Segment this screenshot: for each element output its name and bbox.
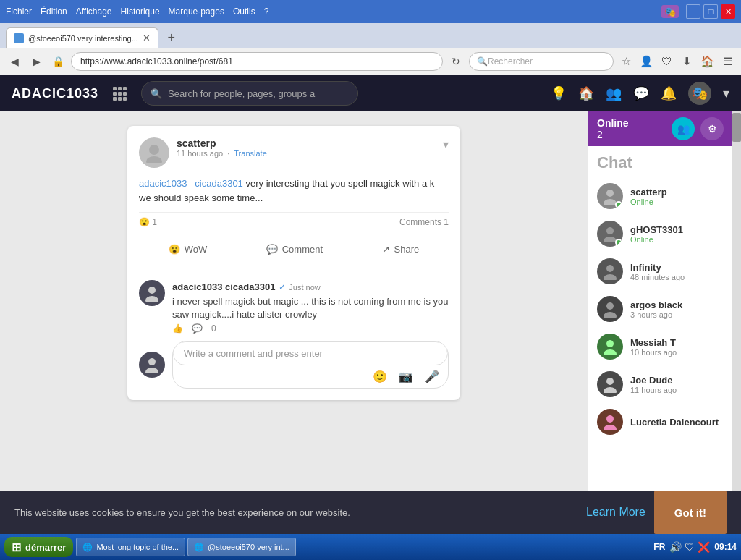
user-icon[interactable]: 👤 bbox=[638, 54, 654, 69]
comment-author-name: adacic1033 cicada3301 bbox=[172, 281, 275, 292]
chat-user-lucretia[interactable]: Lucretia Dalencourt bbox=[588, 403, 732, 441]
post-dropdown-icon[interactable]: ▾ bbox=[443, 137, 449, 151]
comments-count[interactable]: Comments 1 bbox=[399, 217, 449, 227]
mention-link-1[interactable]: adacic1033 bbox=[139, 178, 187, 189]
taskbar-item-1[interactable]: 🌐 Most long topic of the... bbox=[76, 538, 185, 556]
reaction-count[interactable]: 😮 1 bbox=[139, 217, 157, 227]
close-button[interactable]: ✕ bbox=[721, 4, 735, 19]
menu-icon[interactable]: ☰ bbox=[719, 54, 735, 69]
new-tab-button[interactable]: + bbox=[161, 27, 182, 48]
scrollbar-thumb[interactable] bbox=[732, 113, 741, 142]
address-input[interactable] bbox=[71, 52, 443, 71]
chat-user-info: Joe Dude 11 hours ago bbox=[630, 375, 724, 394]
chat-user-status: 3 hours ago bbox=[630, 310, 724, 319]
chat-user-infinity[interactable]: Infinity 48 minutes ago bbox=[588, 253, 732, 290]
share-label: Share bbox=[394, 244, 420, 255]
menu-edition[interactable]: Édition bbox=[41, 7, 67, 17]
group-icon-button[interactable]: 👥 bbox=[672, 117, 695, 140]
post-time: 11 hours ago · Translate bbox=[177, 149, 443, 158]
minimize-button[interactable]: ─ bbox=[686, 4, 700, 19]
chat-user-messiah[interactable]: Messiah T 10 hours ago bbox=[588, 328, 732, 365]
cookie-banner: This website uses cookies to ensure you … bbox=[0, 491, 741, 534]
emoji-icon[interactable]: 🙂 bbox=[373, 370, 387, 383]
chevron-down-icon[interactable]: ▾ bbox=[723, 85, 729, 101]
mic-icon[interactable]: 🎤 bbox=[425, 370, 439, 383]
learn-more-link[interactable]: Learn More bbox=[586, 506, 645, 519]
menu-affichage[interactable]: Affichage bbox=[76, 7, 112, 17]
chat-user-info: Messiah T 10 hours ago bbox=[630, 337, 724, 357]
chat-user-scatterp[interactable]: scatterp Online bbox=[588, 177, 732, 215]
comment-button[interactable]: 💬 Comment bbox=[255, 239, 334, 259]
search-box[interactable]: 🔍 Rechercher bbox=[469, 52, 614, 71]
refresh-button[interactable]: ↻ bbox=[447, 53, 465, 70]
chat-user-avatar bbox=[597, 221, 623, 247]
like-icon[interactable]: 👍 bbox=[172, 323, 183, 334]
bookmark-star-icon[interactable]: ☆ bbox=[618, 54, 634, 69]
online-indicator bbox=[615, 239, 622, 246]
download-icon[interactable]: ⬇ bbox=[679, 54, 695, 69]
svg-point-12 bbox=[606, 302, 614, 310]
write-comment-container: Write a comment and press enter 🙂 📷 🎤 bbox=[172, 341, 449, 389]
post-time-text: 11 hours ago bbox=[177, 149, 223, 158]
chat-user-status: Online bbox=[630, 198, 724, 206]
translate-link[interactable]: Translate bbox=[234, 149, 266, 158]
write-comment-input[interactable]: Write a comment and press enter bbox=[173, 341, 448, 365]
post-info: scatterp 11 hours ago · Translate bbox=[177, 137, 443, 158]
comment-actions: 👍 💬 0 bbox=[172, 323, 449, 334]
lightbulb-icon[interactable]: 💡 bbox=[551, 85, 567, 101]
share-button[interactable]: ↗ Share bbox=[370, 239, 431, 259]
active-tab[interactable]: @stoeeoi570 very interesting... ✕ bbox=[6, 27, 158, 48]
chat-user-joe[interactable]: Joe Dude 11 hours ago bbox=[588, 365, 732, 403]
menu-help[interactable]: ? bbox=[264, 7, 269, 17]
virus-icon[interactable]: ❌ bbox=[698, 541, 710, 553]
menu-marquepages[interactable]: Marque-pages bbox=[169, 7, 224, 17]
chat-users-list: scatterp Online gHOST3301 Online bbox=[588, 177, 732, 534]
start-button[interactable]: ⊞ démarrer bbox=[4, 537, 73, 557]
grid-menu-icon[interactable] bbox=[113, 87, 127, 101]
svg-point-1 bbox=[146, 156, 162, 163]
chat-user-info: Lucretia Dalencourt bbox=[630, 417, 724, 428]
app-search[interactable]: 🔍 Search for people, pages, groups a bbox=[141, 81, 358, 106]
sidebar-scrollbar[interactable] bbox=[732, 111, 741, 534]
browser-menu[interactable]: Fichier Édition Affichage Historique Mar… bbox=[6, 7, 268, 17]
menu-outils[interactable]: Outils bbox=[233, 7, 255, 17]
chat-user-ghost3301[interactable]: gHOST3301 Online bbox=[588, 215, 732, 253]
chat-user-name: Infinity bbox=[630, 262, 724, 273]
wow-button[interactable]: 😮 WoW bbox=[157, 239, 219, 259]
app-header: ADACIC1033 🔍 Search for people, pages, g… bbox=[0, 75, 741, 111]
chat-user-argos[interactable]: argos black 3 hours ago bbox=[588, 290, 732, 328]
camera-icon[interactable]: 📷 bbox=[399, 370, 413, 383]
comment-likes-count: 0 bbox=[211, 323, 216, 334]
taskbar-item-icon-2: 🌐 bbox=[194, 543, 204, 552]
tab-close-button[interactable]: ✕ bbox=[143, 33, 151, 43]
back-button[interactable]: ◀ bbox=[6, 53, 23, 70]
shield-icon[interactable]: 🛡 bbox=[659, 54, 674, 69]
browser-tabbar: @stoeeoi570 very interesting... ✕ + bbox=[0, 23, 741, 48]
post-reactions: 😮 1 Comments 1 bbox=[139, 212, 449, 232]
got-it-button[interactable]: Got it! bbox=[654, 491, 727, 534]
bell-icon[interactable]: 🔔 bbox=[661, 85, 677, 101]
chat-title: Chat bbox=[588, 146, 732, 177]
dislike-icon[interactable]: 💬 bbox=[192, 323, 203, 334]
menu-fichier[interactable]: Fichier bbox=[6, 7, 32, 17]
wow-emoji-icon: 😮 bbox=[169, 244, 180, 255]
taskbar-item-2[interactable]: 🌐 @stoeeoi570 very int... bbox=[187, 538, 296, 556]
online-count: 2 bbox=[597, 129, 629, 140]
home-icon[interactable]: 🏠 bbox=[699, 54, 715, 69]
chat-user-name: Joe Dude bbox=[630, 375, 724, 386]
app-nav-icons: 💡 🏠 👥 💬 🔔 🎭 ▾ bbox=[551, 82, 729, 105]
network-icon[interactable]: 🔊 bbox=[669, 541, 682, 553]
mention-link-2[interactable]: cicada3301 bbox=[195, 178, 243, 189]
reload-button[interactable]: 🔒 bbox=[49, 53, 67, 70]
friends-icon[interactable]: 👥 bbox=[606, 85, 622, 101]
security-icon[interactable]: 🛡 bbox=[685, 541, 695, 553]
forward-button[interactable]: ▶ bbox=[27, 53, 45, 70]
home-nav-icon[interactable]: 🏠 bbox=[578, 85, 594, 101]
wow-label: WoW bbox=[185, 244, 208, 255]
maximize-button[interactable]: □ bbox=[703, 4, 718, 19]
comment-author-avatar bbox=[139, 280, 165, 306]
chat-icon[interactable]: 💬 bbox=[633, 85, 649, 101]
menu-historique[interactable]: Historique bbox=[121, 7, 160, 17]
user-avatar[interactable]: 🎭 bbox=[688, 82, 711, 105]
settings-icon-button[interactable]: ⚙ bbox=[700, 117, 724, 140]
